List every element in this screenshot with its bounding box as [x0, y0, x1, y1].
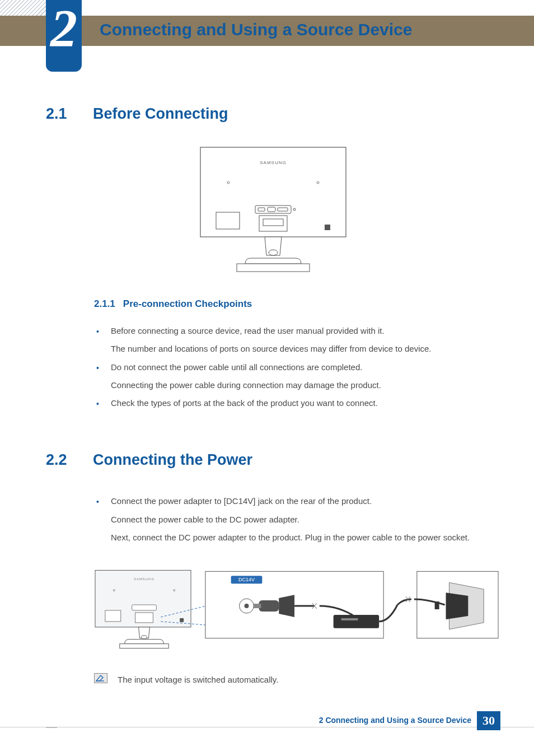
svg-marker-36: [446, 592, 469, 619]
note: The input voltage is switched automatica…: [94, 673, 500, 687]
svg-rect-20: [135, 613, 153, 623]
bullet-text: Connect the power cable to the DC power …: [111, 515, 299, 524]
svg-rect-32: [334, 615, 380, 628]
bullet-text: Do not connect the power cable until all…: [111, 362, 362, 372]
svg-point-22: [142, 636, 147, 639]
section-heading: 2.1 Before Connecting: [46, 105, 500, 123]
note-icon: [94, 673, 107, 683]
header-hatch-decor: [0, 0, 50, 16]
svg-rect-11: [325, 225, 330, 230]
svg-rect-3: [216, 212, 240, 229]
svg-point-12: [269, 250, 278, 255]
page-number: 30: [477, 711, 500, 730]
list-item: Connect the power adapter to [DC14V] jac…: [94, 492, 500, 547]
chapter-badge: 2: [46, 0, 82, 72]
figure-power-connection: SAMSUNG DC14V: [94, 566, 500, 650]
svg-rect-31: [253, 604, 261, 608]
svg-rect-37: [435, 601, 439, 609]
bullet-text: Check the types of ports at the back of …: [111, 398, 378, 408]
footer-chapter-ref: 2 Connecting and Using a Source Device: [319, 716, 471, 725]
svg-rect-13: [237, 264, 310, 272]
brand-label: SAMSUNG: [260, 160, 286, 165]
svg-rect-6: [268, 207, 275, 212]
bullet-text: Before connecting a source device, read …: [111, 326, 385, 335]
section-heading: 2.2 Connecting the Power: [46, 451, 500, 469]
footer-rule: [0, 727, 534, 728]
checkpoints-list: Before connecting a source device, read …: [94, 322, 500, 412]
svg-rect-30: [259, 600, 279, 612]
bullet-text: Connecting the power cable during connec…: [111, 380, 381, 390]
bullet-text: Next, connect the DC power adapter to th…: [111, 533, 470, 542]
svg-rect-19: [132, 605, 157, 610]
subsection-heading: 2.1.1 Pre-connection Checkpoints: [94, 298, 500, 310]
svg-rect-7: [278, 208, 288, 211]
list-item: Before connecting a source device, read …: [94, 322, 500, 358]
svg-point-29: [245, 604, 249, 608]
note-text: The input voltage is switched automatica…: [118, 673, 278, 687]
svg-rect-10: [263, 219, 283, 226]
figure-monitor-back: SAMSUNG: [46, 146, 500, 275]
svg-rect-23: [120, 644, 169, 648]
section-number: 2.1: [46, 105, 78, 123]
svg-text:SAMSUNG: SAMSUNG: [134, 577, 154, 581]
section-title: Before Connecting: [93, 105, 228, 123]
subsection-title: Pre-connection Checkpoints: [123, 298, 252, 310]
svg-rect-33: [341, 618, 358, 620]
chapter-title: Connecting and Using a Source Device: [100, 20, 412, 39]
footer-left-mark: [46, 727, 57, 728]
list-item: Do not connect the power cable until all…: [94, 358, 500, 395]
bullet-text: Connect the power adapter to [DC14V] jac…: [111, 496, 372, 506]
section-number: 2.2: [46, 451, 78, 469]
power-list: Connect the power adapter to [DC14V] jac…: [94, 492, 500, 547]
port-label: DC14V: [238, 577, 255, 582]
chapter-number: 2: [50, 6, 77, 52]
list-item: Check the types of ports at the back of …: [94, 394, 500, 412]
svg-rect-18: [105, 610, 121, 622]
subsection-number: 2.1.1: [94, 298, 115, 310]
svg-rect-21: [180, 618, 184, 622]
bullet-text: The number and locations of ports on sou…: [111, 344, 432, 353]
svg-point-8: [293, 208, 296, 211]
section-title: Connecting the Power: [93, 451, 252, 469]
svg-rect-5: [258, 208, 265, 211]
